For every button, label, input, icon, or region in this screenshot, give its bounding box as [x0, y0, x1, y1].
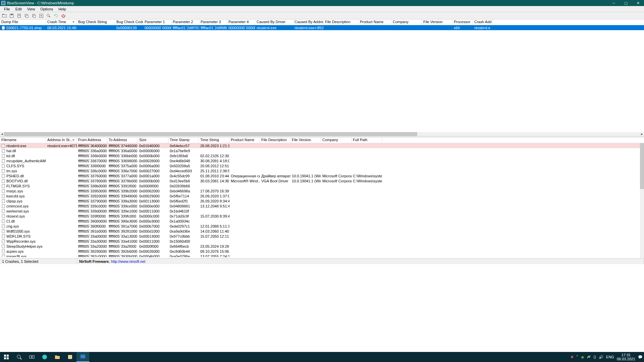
copy-icon[interactable]: [23, 13, 30, 19]
v-scrollbar[interactable]: [640, 143, 644, 258]
menu-edit[interactable]: Edit: [13, 7, 24, 11]
cell: 0x15060d00: [168, 239, 199, 243]
exit-icon[interactable]: [60, 13, 66, 19]
explorer-icon[interactable]: [51, 352, 64, 362]
table-row[interactable]: CI.dllfffff805`39000000fffff805`390e3000…: [0, 219, 644, 224]
crash-list-header[interactable]: Dump FileCrash TimeBug Check StringBug C…: [0, 19, 644, 25]
minimize-button[interactable]: ─: [608, 0, 620, 6]
column-header[interactable]: Dump File: [0, 19, 46, 25]
close-button[interactable]: ✕: [632, 0, 644, 6]
table-row[interactable]: mcupdate_AuthenticAMD.dllfffff805`336700…: [0, 158, 644, 163]
table-row[interactable]: kd.dllfffff805`336b0000fffff805`336bb000…: [0, 153, 644, 158]
column-header[interactable]: Parameter 1: [143, 19, 171, 25]
taskview-button[interactable]: [25, 352, 38, 362]
column-header[interactable]: To Address: [107, 137, 138, 143]
column-header[interactable]: Processor: [452, 19, 473, 25]
table-row[interactable]: PSHED.dllfffff805`33760000fffff805`3377a…: [0, 173, 644, 178]
column-header[interactable]: Time Stamp: [168, 137, 199, 143]
report-icon[interactable]: [16, 13, 22, 19]
table-row[interactable]: WDFLDR.SYSfffff805`33a00000fffff805`33a1…: [0, 234, 644, 239]
column-header[interactable]: File Version: [422, 19, 452, 25]
scroll-thumb[interactable]: [4, 132, 417, 136]
table-row[interactable]: acpiex.sysfffff805`39290000fffff805`392b…: [0, 249, 644, 254]
table-row[interactable]: ntosext.sysfffff805`339f0000fffff805`339…: [0, 214, 644, 219]
table-row[interactable]: hal.dllfffff805`336a0000fffff805`336a600…: [0, 148, 644, 153]
tray-power-icon[interactable]: 🗲: [587, 355, 591, 359]
tray-warning-icon[interactable]: ✖: [571, 355, 574, 359]
driver-list-header[interactable]: FilenameAddress In St...From AddressTo A…: [0, 137, 644, 143]
tray-nvidia-icon[interactable]: ◉: [581, 355, 584, 359]
table-row[interactable]: FLTMGR.SYSfffff805`338b0000fffff805`3391…: [0, 183, 644, 188]
table-row[interactable]: ntoskrnl.exentoskrnl.exe+407169fffff805`…: [0, 143, 644, 148]
menu-help[interactable]: Help: [56, 7, 69, 11]
column-header[interactable]: Address In St...: [46, 137, 77, 143]
column-header[interactable]: Parameter 4: [227, 19, 255, 25]
find-icon[interactable]: [46, 13, 52, 19]
scroll-right-icon[interactable]: ►: [640, 132, 644, 136]
bluescreenview-taskbar[interactable]: [76, 352, 89, 362]
column-header[interactable]: File Version: [290, 137, 321, 143]
table-row[interactable]: WppRecorder.sysfffff805`33a30000fffff805…: [0, 239, 644, 244]
column-header[interactable]: Caused By Address: [293, 19, 324, 25]
table-row[interactable]: SleepStudyHelper.sysfffff805`33a20000fff…: [0, 244, 644, 249]
table-row[interactable]: ksecdd.sysfffff805`33920000fffff805`3394…: [0, 193, 644, 198]
edge-icon[interactable]: [38, 352, 51, 362]
column-header[interactable]: Company: [321, 137, 352, 143]
tray-clock[interactable]: 17:31 08.03.2021: [617, 353, 635, 361]
save-icon[interactable]: [9, 13, 15, 19]
column-header[interactable]: Product Name: [229, 137, 260, 143]
driver-list-body[interactable]: ntoskrnl.exentoskrnl.exe+407169fffff805`…: [0, 143, 644, 257]
tray-notifications-icon[interactable]: 💬: [638, 355, 643, 359]
table-row[interactable]: mssecflt.sysfffff805`392c0000fffff805`39…: [0, 254, 644, 257]
crash-list-body[interactable]: 030821-7750-01.dmp08.03.2021 15:48:550x0…: [0, 25, 644, 30]
table-row[interactable]: BOOTVID.dllfffff805`33780000fffff805`337…: [0, 178, 644, 183]
tray-lang[interactable]: ENG: [606, 355, 614, 359]
cell: 13.07.2055 7:24:14: [199, 254, 229, 257]
table-row[interactable]: clipsp.sysfffff805`33790000fffff805`338a…: [0, 198, 644, 203]
column-header[interactable]: From Address: [77, 137, 107, 143]
table-row[interactable]: 030821-7750-01.dmp08.03.2021 15:48:550x0…: [0, 25, 644, 30]
table-row[interactable]: tm.sysfffff805`336c0000fffff805`336e7000…: [0, 168, 644, 173]
scroll-left-icon[interactable]: ◄: [0, 132, 4, 136]
column-header[interactable]: Size: [138, 137, 168, 143]
column-header[interactable]: Caused By Driver: [255, 19, 293, 25]
h-scrollbar[interactable]: ◄ ►: [0, 132, 644, 136]
maximize-button[interactable]: ▢: [620, 0, 632, 6]
copy2-icon[interactable]: [31, 13, 37, 19]
tray-up-icon[interactable]: ˄: [576, 355, 578, 359]
column-header[interactable]: Parameter 2: [171, 19, 199, 25]
column-header[interactable]: Company: [391, 19, 422, 25]
column-header[interactable]: Parameter 3: [199, 19, 227, 25]
column-header[interactable]: Full Path: [352, 137, 382, 143]
column-header[interactable]: Bug Check String: [77, 19, 115, 25]
table-row[interactable]: msrpc.sysfffff805`33950000fffff805`339b2…: [0, 188, 644, 193]
menu-view[interactable]: View: [24, 7, 38, 11]
search-button[interactable]: [13, 352, 25, 362]
v-scroll-thumb[interactable]: [640, 143, 644, 189]
status-brand[interactable]: NirSoft Freeware. http://www.nirsoft.net: [77, 258, 644, 264]
table-row[interactable]: Wdf01000.sysfffff805`391b0000fffff805`39…: [0, 229, 644, 234]
table-row[interactable]: CLFS.SYSfffff805`336f0000fffff805`3375a0…: [0, 163, 644, 168]
tray-volume-icon[interactable]: 🔊: [599, 355, 603, 359]
open-icon[interactable]: [1, 13, 7, 19]
column-header[interactable]: Crash Time: [46, 19, 77, 25]
column-header[interactable]: Bug Check Code: [115, 19, 143, 25]
column-header[interactable]: File Description: [260, 137, 290, 143]
table-row[interactable]: cng.sysfffff805`390f0000fffff805`391a700…: [0, 224, 644, 229]
cell: cmimcext.sys: [0, 204, 46, 208]
column-header[interactable]: Time String: [199, 137, 229, 143]
column-header[interactable]: File Description: [324, 19, 359, 25]
column-header[interactable]: Crash Add: [473, 19, 493, 25]
start-button[interactable]: [0, 352, 13, 362]
menu-file[interactable]: File: [1, 7, 13, 11]
tray-wifi-icon[interactable]: ⟨⟩: [593, 355, 596, 359]
app-icon-taskbar[interactable]: [64, 352, 76, 362]
properties-icon[interactable]: [38, 13, 44, 19]
table-row[interactable]: werkernel.sysfffff805`339d0000fffff805`3…: [0, 208, 644, 214]
cell: 30.03.2081 14:36:22: [199, 179, 229, 183]
menu-options[interactable]: Options: [38, 7, 56, 11]
column-header[interactable]: Filename: [0, 137, 46, 143]
column-header[interactable]: Product Name: [359, 19, 391, 25]
refresh-icon[interactable]: [53, 13, 59, 19]
table-row[interactable]: cmimcext.sysfffff805`339c0000fffff805`33…: [0, 203, 644, 208]
